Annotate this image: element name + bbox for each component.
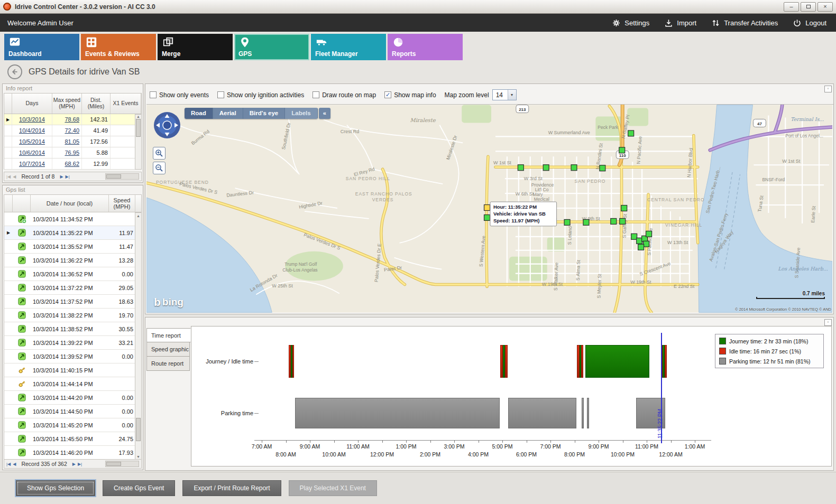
gps-marker[interactable] <box>571 165 577 171</box>
gps-list-row[interactable]: ▶10/3/2014 11:35:22 PM11.97 <box>4 226 142 240</box>
gps-marker[interactable] <box>646 231 652 237</box>
info-report-row[interactable]: 10/7/201468.6212.99 <box>4 158 142 170</box>
next-record-button[interactable]: ▶ <box>60 174 63 179</box>
gps-list-row[interactable]: 10/3/2014 11:35:52 PM11.47 <box>4 240 142 254</box>
gps-list-row[interactable]: 10/3/2014 11:39:52 PM0.00 <box>4 350 142 363</box>
collapse-map-panel-button[interactable]: ▫ <box>824 86 832 92</box>
gps-list-row[interactable]: 10/3/2014 11:44:20 PM0.00 <box>4 391 142 405</box>
gps-marker[interactable] <box>611 218 617 224</box>
scrollbar-thumb[interactable] <box>106 174 121 179</box>
gps-list-row[interactable]: 10/3/2014 11:46:20 PM17.93 <box>4 446 142 460</box>
map-zoom-out-button[interactable] <box>153 162 166 174</box>
minimize-button[interactable]: – <box>784 2 799 12</box>
info-col-days[interactable]: Days <box>12 94 52 114</box>
last-record-button[interactable]: ▶| <box>66 174 70 179</box>
gps-marker[interactable] <box>619 147 625 153</box>
tab-merge[interactable]: Merge <box>158 34 233 60</box>
gps-list-row[interactable]: 10/3/2014 11:44:14 PM <box>4 377 142 391</box>
scrollbar-thumb[interactable] <box>106 462 121 466</box>
gps-marker[interactable] <box>644 241 649 247</box>
info-col-x1-events[interactable]: X1 Events <box>111 94 141 114</box>
gps-list-row[interactable]: 10/3/2014 11:44:50 PM0.00 <box>4 405 142 418</box>
checkbox-icon[interactable] <box>217 91 224 98</box>
gps-marker[interactable] <box>631 234 637 239</box>
gps-marker[interactable] <box>628 130 634 136</box>
checkbox-icon[interactable] <box>313 91 319 98</box>
map-option-checkbox[interactable]: Show only ignition activities <box>217 91 304 99</box>
settings-button[interactable]: Settings <box>612 18 649 27</box>
gps-col-speed[interactable]: Speed (MPH) <box>109 195 135 212</box>
next-record-button[interactable]: ▶ <box>72 462 76 466</box>
map-style-road[interactable]: Road <box>185 108 213 119</box>
gps-marker[interactable] <box>600 165 605 171</box>
scrollbar-thumb[interactable] <box>136 119 141 137</box>
gps-list-row[interactable]: 10/3/2014 11:45:50 PM24.75 <box>4 432 142 446</box>
horizontal-scrollbar[interactable] <box>105 173 139 180</box>
info-col-dist[interactable]: Dist. (Miles) <box>82 94 111 114</box>
first-record-button[interactable]: |◀ <box>6 174 11 179</box>
close-button[interactable]: × <box>817 2 833 12</box>
gps-marker[interactable] <box>518 165 523 171</box>
horizontal-scrollbar[interactable] <box>105 461 139 467</box>
info-report-scrollbar[interactable]: ▲ <box>135 114 142 170</box>
tab-reports[interactable]: Reports <box>388 34 463 60</box>
checkbox-icon[interactable]: ✓ <box>384 91 391 98</box>
gps-list-row[interactable]: 10/3/2014 11:37:22 PM29.05 <box>4 281 142 295</box>
gps-marker[interactable] <box>637 238 642 244</box>
prev-record-button[interactable]: ◀ <box>13 174 16 179</box>
gps-list-row[interactable]: 10/3/2014 11:37:52 PM18.63 <box>4 295 142 309</box>
info-report-row[interactable]: 10/5/201481.05172.56 <box>4 136 142 147</box>
tab-fleet-manager[interactable]: Fleet Manager <box>311 34 386 60</box>
map-bar-collapse-button[interactable]: « <box>319 108 330 119</box>
tab-route-report[interactable]: Route report <box>146 357 190 371</box>
transfer-activities-button[interactable]: Transfer Activities <box>711 18 778 27</box>
map-zoom-select[interactable]: 14 ▾ <box>492 89 517 100</box>
tab-events-reviews[interactable]: Events & Reviews <box>81 34 156 60</box>
import-button[interactable]: Import <box>664 18 696 27</box>
gps-marker[interactable] <box>621 206 627 211</box>
map-style-birds-eye[interactable]: Bird's eye <box>243 108 286 119</box>
gps-list-row[interactable]: 10/3/2014 11:38:22 PM19.70 <box>4 309 142 322</box>
map-zoom-in-button[interactable] <box>153 147 166 160</box>
logout-button[interactable]: Logout <box>793 18 826 27</box>
gps-list-row[interactable]: 10/3/2014 11:36:22 PM13.28 <box>4 254 142 267</box>
tab-dashboard[interactable]: Dashboard <box>4 34 79 60</box>
gps-marker[interactable] <box>620 218 626 224</box>
back-button[interactable] <box>7 64 22 79</box>
map-compass-control[interactable] <box>153 111 181 139</box>
selected-gps-marker[interactable] <box>484 205 490 211</box>
play-selected-x1-event-button[interactable]: Play Selected X1 Event <box>289 480 377 496</box>
collapse-chart-panel-button[interactable]: ▫ <box>824 319 832 326</box>
gps-list-row[interactable]: 10/3/2014 11:40:15 PM <box>4 363 142 377</box>
map-style-labels[interactable]: Labels <box>285 108 317 119</box>
map-option-checkbox[interactable]: ✓Show map info <box>384 91 436 99</box>
gps-marker[interactable] <box>583 219 589 225</box>
gps-list-row[interactable]: 10/3/2014 11:36:52 PM0.00 <box>4 267 142 281</box>
scrollbar-thumb[interactable] <box>136 418 141 441</box>
gps-marker[interactable] <box>564 219 570 225</box>
gps-list-row[interactable]: 10/3/2014 11:34:52 PM <box>4 212 142 226</box>
prev-record-button[interactable]: ◀ <box>13 462 16 466</box>
gps-marker[interactable] <box>638 244 644 250</box>
info-report-row[interactable]: ▶10/3/201478.68142.31 <box>4 114 142 125</box>
gps-list-scrollbar[interactable]: ▲▼ <box>135 212 142 460</box>
gps-marker[interactable] <box>543 165 549 171</box>
gps-marker[interactable] <box>484 214 490 220</box>
map-style-aerial[interactable]: Aerial <box>213 108 243 119</box>
last-record-button[interactable]: ▶| <box>78 462 82 466</box>
export-print-route-report-button[interactable]: Export / Print Route Report <box>182 480 281 496</box>
info-report-row[interactable]: 10/6/201476.955.88 <box>4 147 142 158</box>
create-gps-event-button[interactable]: Create Gps Event <box>103 480 175 496</box>
gps-list-row[interactable]: 10/3/2014 11:45:20 PM0.00 <box>4 418 142 432</box>
bing-logo[interactable]: bbing <box>154 296 183 309</box>
map-container[interactable]: MiralestePeck ParkW Summerland AveCrest … <box>146 104 833 313</box>
first-record-button[interactable]: |◀ <box>6 462 11 466</box>
info-col-max-speed[interactable]: Max speed (MPH) <box>52 94 82 114</box>
gps-list-row[interactable]: 10/3/2014 11:39:22 PM33.21 <box>4 336 142 350</box>
tab-speed-graphic[interactable]: Speed graphic <box>146 342 190 357</box>
tab-gps[interactable]: GPS <box>234 34 309 60</box>
info-report-row[interactable]: 10/4/201472.4041.49 <box>4 125 142 136</box>
map-option-checkbox[interactable]: Draw route on map <box>313 91 376 99</box>
map-option-checkbox[interactable]: Show only events <box>150 91 209 99</box>
map-canvas[interactable]: MiralestePeck ParkW Summerland AveCrest … <box>146 105 832 313</box>
